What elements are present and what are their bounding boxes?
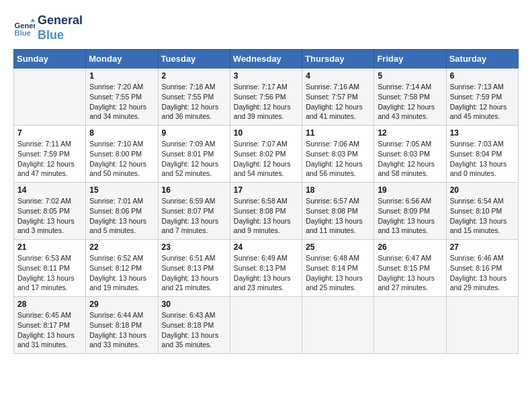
day-info: Sunrise: 7:09 AMSunset: 8:01 PMDaylight:… — [162, 139, 226, 179]
day-number: 23 — [162, 242, 226, 252]
day-info: Sunrise: 7:11 AMSunset: 7:59 PMDaylight:… — [17, 139, 82, 179]
column-header-tuesday: Tuesday — [158, 50, 230, 68]
day-info: Sunrise: 7:13 AMSunset: 7:59 PMDaylight:… — [450, 82, 515, 122]
calendar-cell: 26Sunrise: 6:47 AMSunset: 8:15 PMDayligh… — [374, 240, 446, 297]
calendar-cell: 24Sunrise: 6:49 AMSunset: 8:13 PMDayligh… — [230, 240, 302, 297]
day-number: 5 — [378, 71, 442, 81]
calendar-week-row: 14Sunrise: 7:02 AMSunset: 8:05 PMDayligh… — [14, 183, 519, 240]
day-number: 27 — [450, 242, 515, 252]
calendar-cell: 17Sunrise: 6:58 AMSunset: 8:08 PMDayligh… — [230, 183, 302, 240]
logo-icon: General Blue — [13, 17, 35, 39]
day-number: 20 — [450, 185, 515, 195]
day-number: 15 — [89, 185, 154, 195]
calendar-cell: 18Sunrise: 6:57 AMSunset: 8:08 PMDayligh… — [302, 183, 374, 240]
day-info: Sunrise: 6:48 AMSunset: 8:14 PMDaylight:… — [306, 253, 370, 293]
day-info: Sunrise: 6:59 AMSunset: 8:07 PMDaylight:… — [162, 196, 226, 236]
day-number: 29 — [89, 300, 154, 309]
calendar-cell: 1Sunrise: 7:20 AMSunset: 7:55 PMDaylight… — [86, 68, 158, 126]
day-info: Sunrise: 6:43 AMSunset: 8:18 PMDaylight:… — [162, 310, 226, 350]
day-number: 6 — [450, 71, 515, 81]
day-info: Sunrise: 6:53 AMSunset: 8:11 PMDaylight:… — [17, 253, 82, 293]
calendar-cell — [14, 68, 86, 126]
calendar-cell — [302, 297, 374, 354]
day-number: 17 — [234, 185, 298, 195]
column-header-sunday: Sunday — [14, 50, 86, 68]
svg-text:Blue: Blue — [15, 29, 31, 37]
calendar-cell: 5Sunrise: 7:14 AMSunset: 7:58 PMDaylight… — [374, 68, 446, 126]
day-info: Sunrise: 6:45 AMSunset: 8:17 PMDaylight:… — [17, 310, 82, 350]
calendar-cell: 15Sunrise: 7:01 AMSunset: 8:06 PMDayligh… — [86, 183, 158, 240]
calendar-cell: 2Sunrise: 7:18 AMSunset: 7:55 PMDaylight… — [158, 68, 230, 126]
page-header: General Blue General Blue — [13, 13, 519, 42]
logo-text: General Blue — [38, 13, 83, 42]
svg-text:General: General — [15, 21, 35, 30]
day-info: Sunrise: 6:44 AMSunset: 8:18 PMDaylight:… — [89, 310, 154, 350]
day-info: Sunrise: 7:17 AMSunset: 7:56 PMDaylight:… — [234, 82, 298, 122]
day-number: 28 — [17, 300, 82, 309]
day-number: 11 — [306, 128, 370, 138]
day-info: Sunrise: 7:01 AMSunset: 8:06 PMDaylight:… — [89, 196, 154, 236]
column-header-monday: Monday — [86, 50, 158, 68]
day-info: Sunrise: 6:56 AMSunset: 8:09 PMDaylight:… — [378, 196, 442, 236]
calendar-cell: 4Sunrise: 7:16 AMSunset: 7:57 PMDaylight… — [302, 68, 374, 126]
calendar-cell: 25Sunrise: 6:48 AMSunset: 8:14 PMDayligh… — [302, 240, 374, 297]
day-info: Sunrise: 7:02 AMSunset: 8:05 PMDaylight:… — [17, 196, 82, 236]
day-number: 14 — [17, 185, 82, 195]
day-info: Sunrise: 6:52 AMSunset: 8:12 PMDaylight:… — [89, 253, 154, 293]
column-header-thursday: Thursday — [302, 50, 374, 68]
day-info: Sunrise: 7:20 AMSunset: 7:55 PMDaylight:… — [89, 82, 154, 122]
day-info: Sunrise: 6:49 AMSunset: 8:13 PMDaylight:… — [234, 253, 298, 293]
day-info: Sunrise: 6:58 AMSunset: 8:08 PMDaylight:… — [234, 196, 298, 236]
calendar-cell: 28Sunrise: 6:45 AMSunset: 8:17 PMDayligh… — [14, 297, 86, 354]
day-number: 18 — [306, 185, 370, 195]
calendar-cell: 6Sunrise: 7:13 AMSunset: 7:59 PMDaylight… — [446, 68, 518, 126]
day-number: 26 — [378, 242, 442, 252]
calendar-cell: 12Sunrise: 7:05 AMSunset: 8:03 PMDayligh… — [374, 126, 446, 183]
day-info: Sunrise: 6:51 AMSunset: 8:13 PMDaylight:… — [162, 253, 226, 293]
calendar-cell: 30Sunrise: 6:43 AMSunset: 8:18 PMDayligh… — [158, 297, 230, 354]
logo: General Blue General Blue — [13, 13, 83, 42]
day-number: 21 — [17, 242, 82, 252]
day-number: 19 — [378, 185, 442, 195]
calendar-cell: 7Sunrise: 7:11 AMSunset: 7:59 PMDaylight… — [14, 126, 86, 183]
day-number: 13 — [450, 128, 515, 138]
calendar-body: 1Sunrise: 7:20 AMSunset: 7:55 PMDaylight… — [14, 68, 519, 354]
day-number: 7 — [17, 128, 82, 138]
day-number: 4 — [306, 71, 370, 81]
column-header-friday: Friday — [374, 50, 446, 68]
calendar-cell: 13Sunrise: 7:03 AMSunset: 8:04 PMDayligh… — [446, 126, 518, 183]
calendar-cell: 19Sunrise: 6:56 AMSunset: 8:09 PMDayligh… — [374, 183, 446, 240]
calendar-table: SundayMondayTuesdayWednesdayThursdayFrid… — [13, 49, 519, 354]
calendar-cell: 10Sunrise: 7:07 AMSunset: 8:02 PMDayligh… — [230, 126, 302, 183]
day-info: Sunrise: 7:06 AMSunset: 8:03 PMDaylight:… — [306, 139, 370, 179]
day-info: Sunrise: 7:05 AMSunset: 8:03 PMDaylight:… — [378, 139, 442, 179]
svg-marker-2 — [31, 18, 35, 21]
day-info: Sunrise: 7:03 AMSunset: 8:04 PMDaylight:… — [450, 139, 515, 179]
calendar-cell: 21Sunrise: 6:53 AMSunset: 8:11 PMDayligh… — [14, 240, 86, 297]
day-info: Sunrise: 7:16 AMSunset: 7:57 PMDaylight:… — [306, 82, 370, 122]
day-info: Sunrise: 7:10 AMSunset: 8:00 PMDaylight:… — [89, 139, 154, 179]
calendar-cell: 11Sunrise: 7:06 AMSunset: 8:03 PMDayligh… — [302, 126, 374, 183]
calendar-week-row: 1Sunrise: 7:20 AMSunset: 7:55 PMDaylight… — [14, 68, 519, 126]
calendar-cell: 22Sunrise: 6:52 AMSunset: 8:12 PMDayligh… — [86, 240, 158, 297]
calendar-cell: 29Sunrise: 6:44 AMSunset: 8:18 PMDayligh… — [86, 297, 158, 354]
day-number: 25 — [306, 242, 370, 252]
day-number: 3 — [234, 71, 298, 81]
calendar-cell: 23Sunrise: 6:51 AMSunset: 8:13 PMDayligh… — [158, 240, 230, 297]
day-info: Sunrise: 6:54 AMSunset: 8:10 PMDaylight:… — [450, 196, 515, 236]
day-number: 9 — [162, 128, 226, 138]
day-number: 1 — [89, 71, 154, 81]
calendar-cell: 20Sunrise: 6:54 AMSunset: 8:10 PMDayligh… — [446, 183, 518, 240]
calendar-cell: 14Sunrise: 7:02 AMSunset: 8:05 PMDayligh… — [14, 183, 86, 240]
day-number: 24 — [234, 242, 298, 252]
day-number: 2 — [162, 71, 226, 81]
calendar-cell: 3Sunrise: 7:17 AMSunset: 7:56 PMDaylight… — [230, 68, 302, 126]
day-number: 10 — [234, 128, 298, 138]
day-number: 30 — [162, 300, 226, 309]
day-info: Sunrise: 6:46 AMSunset: 8:16 PMDaylight:… — [450, 253, 515, 293]
calendar-cell — [446, 297, 518, 354]
calendar-cell: 9Sunrise: 7:09 AMSunset: 8:01 PMDaylight… — [158, 126, 230, 183]
calendar-cell: 16Sunrise: 6:59 AMSunset: 8:07 PMDayligh… — [158, 183, 230, 240]
calendar-cell — [230, 297, 302, 354]
calendar-header: SundayMondayTuesdayWednesdayThursdayFrid… — [14, 50, 519, 68]
